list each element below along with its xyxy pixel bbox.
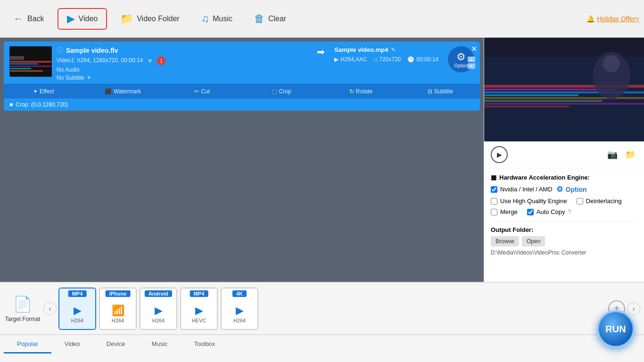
auto-copy-checkbox-label[interactable]: Auto Copy ? xyxy=(527,208,571,215)
open-button[interactable]: Open xyxy=(522,236,545,247)
format-sub-hevc: HEVC xyxy=(192,318,206,323)
tab-subtitle[interactable]: ⊟ Subtitle xyxy=(401,84,480,99)
tab-watermark[interactable]: ⬛ Watermark xyxy=(83,84,162,99)
crop-info-bar: ■ Crop: (0,0,1280,720) xyxy=(4,99,480,111)
tab-toolbox[interactable]: Toolbox xyxy=(181,335,229,354)
hw-title: ▦ Hardware Acceleration Engine: xyxy=(491,174,637,181)
video-thumbnail xyxy=(9,46,52,77)
crop-bullet: ■ xyxy=(9,101,13,108)
video-folder-icon: 📁 xyxy=(120,13,133,25)
edit-icon[interactable]: ✎ xyxy=(391,47,396,53)
tab-video[interactable]: Video xyxy=(51,335,93,354)
codec-spec: ▶ H264,AAC xyxy=(334,56,367,63)
format-item-iphone[interactable]: iPhone 📶 H264 xyxy=(99,288,137,330)
codec-icon: ▶ xyxy=(334,56,339,63)
input-subtitle-row: No Subtitle ▼ xyxy=(57,74,307,81)
clear-button[interactable]: 🗑 Clear xyxy=(246,9,295,29)
tab-device[interactable]: Device xyxy=(93,335,139,354)
quality-checkbox[interactable] xyxy=(491,198,497,205)
video-folder-button[interactable]: 📁 Video Folder xyxy=(112,9,188,29)
info-icon: ⓘ xyxy=(57,46,63,55)
tab-crop[interactable]: ⬚ Crop xyxy=(242,84,321,99)
svg-rect-1 xyxy=(10,56,24,60)
play-button[interactable]: ▶ xyxy=(491,146,508,163)
video-card-header: ✕ xyxy=(4,41,480,84)
output-folder-label: Output Folder: xyxy=(491,226,637,233)
thumbnail-visual xyxy=(10,47,51,76)
left-panel: ✕ xyxy=(0,38,484,282)
scroll-up-button[interactable]: ▲ xyxy=(468,57,475,62)
format-item-android[interactable]: Android ▶ H264 xyxy=(140,288,177,330)
folder-open-button[interactable]: 📁 xyxy=(623,148,637,162)
format-prev-button[interactable]: ‹ xyxy=(43,302,57,315)
format-item-4k[interactable]: 4K ▶ H264 xyxy=(221,288,258,330)
output-folder-section: Output Folder: Browse Open D:\Media\Vide… xyxy=(491,221,637,256)
option-button[interactable]: ⚙ Option xyxy=(556,185,587,194)
nvidia-checkbox[interactable] xyxy=(491,186,497,193)
tab-rotate[interactable]: ↻ Rotate xyxy=(321,84,400,99)
preview-area xyxy=(484,38,644,141)
nvidia-checkbox-label[interactable]: Nvidia / Intel / AMD xyxy=(491,186,553,193)
back-button[interactable]: ← Back xyxy=(5,9,53,29)
rotate-icon: ↻ xyxy=(349,88,354,95)
edit-tabs: ✦ Effect ⬛ Watermark ✂ Cut ⬚ Crop xyxy=(4,84,480,99)
merge-checkbox[interactable] xyxy=(491,209,497,215)
preview-image xyxy=(484,38,644,141)
hw-title-text: Hardware Acceleration Engine: xyxy=(499,174,590,181)
scroll-down-button[interactable]: ▼ xyxy=(468,63,475,69)
crop-label: Crop xyxy=(279,88,291,95)
tab-effect[interactable]: ✦ Effect xyxy=(4,84,83,99)
browse-button[interactable]: Browse xyxy=(491,236,519,247)
subtitle-tab-icon: ⊟ xyxy=(428,88,432,95)
deinterlacing-label: Deinterlacing xyxy=(586,197,622,205)
merge-checkbox-label[interactable]: Merge xyxy=(491,208,518,215)
bottom-tabs: Popular Video Device Music Toolbox xyxy=(0,335,644,354)
bottom-area: 📄 Target Format ‹ MP4 ▶ H264 iPhone 📶 H2… xyxy=(0,282,644,362)
run-button-container: RUN xyxy=(597,310,635,348)
run-button[interactable]: RUN xyxy=(597,310,635,348)
quality-checkbox-label[interactable]: Use High Quality Engine xyxy=(491,197,567,205)
crop-coordinates: Crop: (0,0,1280,720) xyxy=(16,101,68,108)
holiday-offer-text: Holiday Offer> xyxy=(597,15,639,23)
format-bar: 📄 Target Format ‹ MP4 ▶ H264 iPhone 📶 H2… xyxy=(0,283,644,335)
effect-icon: ✦ xyxy=(33,88,38,95)
output-folder-row: Browse Open xyxy=(491,236,637,247)
format-icon-mp4: ▶ xyxy=(74,304,82,317)
auto-copy-checkbox[interactable] xyxy=(527,209,534,215)
tab-cut[interactable]: ✂ Cut xyxy=(163,84,242,99)
codec-label: H264,AAC xyxy=(340,56,367,63)
format-badge-mp4: MP4 xyxy=(68,290,87,297)
holiday-offer-link[interactable]: 🔔 Holiday Offer> xyxy=(586,15,639,23)
codec-option-label: Option xyxy=(454,63,468,68)
svg-point-18 xyxy=(603,55,620,72)
video-button[interactable]: ▶ Video xyxy=(58,8,107,30)
tab-music[interactable]: Music xyxy=(139,335,181,354)
video-card: ✕ xyxy=(4,41,480,111)
format-item-mp4-hevc[interactable]: MP4 ▶ HEVC xyxy=(180,288,218,330)
quality-label: Use High Quality Engine xyxy=(500,197,567,205)
video-output-info: Sample video.mp4 ✎ ▶ H264,AAC □ 720x720 xyxy=(334,46,438,63)
subtitle-expand-icon: ▼ xyxy=(86,74,92,81)
svg-rect-12 xyxy=(484,94,578,96)
tab-popular[interactable]: Popular xyxy=(4,335,51,354)
codec-gear-icon: ⚙ xyxy=(456,51,466,63)
folder-path: D:\Media\Videos\VideoProc Converter xyxy=(491,249,637,256)
input-audio: No Audio xyxy=(57,66,307,73)
svg-rect-3 xyxy=(10,63,38,65)
deinterlacing-checkbox[interactable] xyxy=(577,198,583,205)
output-specs: ▶ H264,AAC □ 720x720 🕐 00:00:14 xyxy=(334,56,438,63)
close-video-button[interactable]: ✕ xyxy=(471,44,477,53)
video-info-top: ⓘ Sample video.flv xyxy=(57,46,307,55)
rotate-label: Rotate xyxy=(356,88,372,95)
music-button[interactable]: ♫ Music xyxy=(193,9,241,29)
option-gear-icon: ⚙ xyxy=(556,185,563,194)
duration-spec: 🕐 00:00:14 xyxy=(407,56,438,63)
deinterlacing-checkbox-label[interactable]: Deinterlacing xyxy=(577,197,622,205)
video-folder-label: Video Folder xyxy=(137,15,179,23)
format-items: MP4 ▶ H264 iPhone 📶 H264 Android ▶ H264 xyxy=(58,288,606,330)
trash-icon: 🗑 xyxy=(254,13,264,25)
preview-controls: ▶ 📷 📁 xyxy=(484,141,644,168)
format-item-mp4-h264[interactable]: MP4 ▶ H264 xyxy=(58,288,96,330)
cut-icon: ✂ xyxy=(194,88,199,95)
screenshot-button[interactable]: 📷 xyxy=(605,148,619,162)
